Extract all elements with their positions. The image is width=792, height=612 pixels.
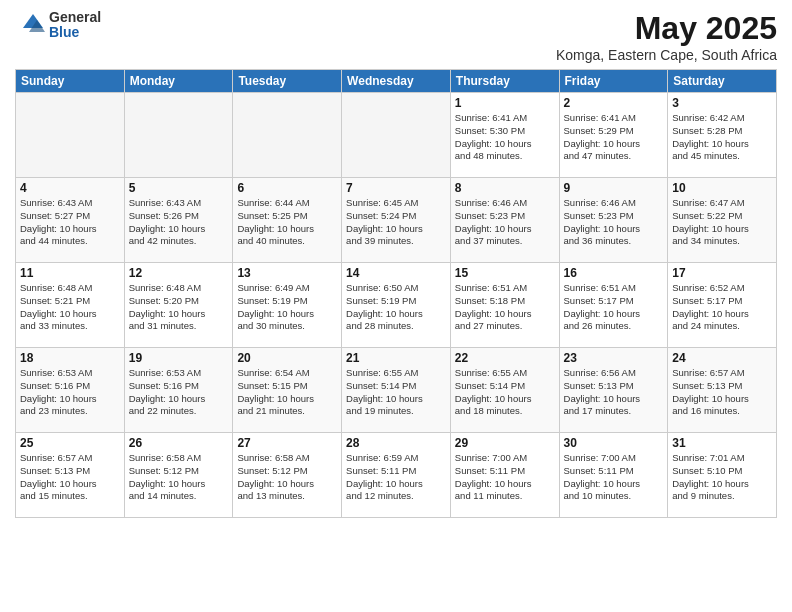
day-number: 7 <box>346 181 446 195</box>
calendar-header-row: SundayMondayTuesdayWednesdayThursdayFrid… <box>16 70 777 93</box>
calendar-cell <box>342 93 451 178</box>
day-number: 26 <box>129 436 229 450</box>
day-info: Sunrise: 6:58 AM Sunset: 5:12 PM Dayligh… <box>237 452 337 503</box>
calendar-cell <box>124 93 233 178</box>
day-info: Sunrise: 7:00 AM Sunset: 5:11 PM Dayligh… <box>564 452 664 503</box>
day-info: Sunrise: 6:54 AM Sunset: 5:15 PM Dayligh… <box>237 367 337 418</box>
day-info: Sunrise: 6:50 AM Sunset: 5:19 PM Dayligh… <box>346 282 446 333</box>
calendar-cell: 3Sunrise: 6:42 AM Sunset: 5:28 PM Daylig… <box>668 93 777 178</box>
day-number: 15 <box>455 266 555 280</box>
day-info: Sunrise: 6:57 AM Sunset: 5:13 PM Dayligh… <box>672 367 772 418</box>
day-info: Sunrise: 6:46 AM Sunset: 5:23 PM Dayligh… <box>455 197 555 248</box>
day-number: 13 <box>237 266 337 280</box>
calendar-cell: 7Sunrise: 6:45 AM Sunset: 5:24 PM Daylig… <box>342 178 451 263</box>
day-info: Sunrise: 6:49 AM Sunset: 5:19 PM Dayligh… <box>237 282 337 333</box>
calendar-cell <box>16 93 125 178</box>
calendar-cell: 25Sunrise: 6:57 AM Sunset: 5:13 PM Dayli… <box>16 433 125 518</box>
logo-text: General Blue <box>49 10 101 41</box>
day-info: Sunrise: 6:56 AM Sunset: 5:13 PM Dayligh… <box>564 367 664 418</box>
day-info: Sunrise: 6:48 AM Sunset: 5:20 PM Dayligh… <box>129 282 229 333</box>
calendar-cell: 20Sunrise: 6:54 AM Sunset: 5:15 PM Dayli… <box>233 348 342 433</box>
day-number: 3 <box>672 96 772 110</box>
calendar-cell: 26Sunrise: 6:58 AM Sunset: 5:12 PM Dayli… <box>124 433 233 518</box>
day-info: Sunrise: 6:44 AM Sunset: 5:25 PM Dayligh… <box>237 197 337 248</box>
calendar-header-monday: Monday <box>124 70 233 93</box>
calendar-header-saturday: Saturday <box>668 70 777 93</box>
calendar-cell: 9Sunrise: 6:46 AM Sunset: 5:23 PM Daylig… <box>559 178 668 263</box>
title-area: May 2025 Komga, Eastern Cape, South Afri… <box>556 10 777 63</box>
day-number: 6 <box>237 181 337 195</box>
calendar-cell: 24Sunrise: 6:57 AM Sunset: 5:13 PM Dayli… <box>668 348 777 433</box>
calendar-header-friday: Friday <box>559 70 668 93</box>
calendar-header-tuesday: Tuesday <box>233 70 342 93</box>
day-info: Sunrise: 6:51 AM Sunset: 5:18 PM Dayligh… <box>455 282 555 333</box>
day-info: Sunrise: 6:55 AM Sunset: 5:14 PM Dayligh… <box>455 367 555 418</box>
calendar-header-sunday: Sunday <box>16 70 125 93</box>
calendar-cell: 18Sunrise: 6:53 AM Sunset: 5:16 PM Dayli… <box>16 348 125 433</box>
day-number: 9 <box>564 181 664 195</box>
day-info: Sunrise: 6:53 AM Sunset: 5:16 PM Dayligh… <box>20 367 120 418</box>
day-number: 23 <box>564 351 664 365</box>
calendar-cell: 12Sunrise: 6:48 AM Sunset: 5:20 PM Dayli… <box>124 263 233 348</box>
day-info: Sunrise: 6:55 AM Sunset: 5:14 PM Dayligh… <box>346 367 446 418</box>
calendar-cell <box>233 93 342 178</box>
calendar-cell: 11Sunrise: 6:48 AM Sunset: 5:21 PM Dayli… <box>16 263 125 348</box>
day-info: Sunrise: 6:43 AM Sunset: 5:26 PM Dayligh… <box>129 197 229 248</box>
calendar-cell: 10Sunrise: 6:47 AM Sunset: 5:22 PM Dayli… <box>668 178 777 263</box>
calendar-week-2: 4Sunrise: 6:43 AM Sunset: 5:27 PM Daylig… <box>16 178 777 263</box>
day-info: Sunrise: 7:01 AM Sunset: 5:10 PM Dayligh… <box>672 452 772 503</box>
calendar-week-5: 25Sunrise: 6:57 AM Sunset: 5:13 PM Dayli… <box>16 433 777 518</box>
calendar-header-wednesday: Wednesday <box>342 70 451 93</box>
calendar-cell: 28Sunrise: 6:59 AM Sunset: 5:11 PM Dayli… <box>342 433 451 518</box>
day-info: Sunrise: 6:41 AM Sunset: 5:29 PM Dayligh… <box>564 112 664 163</box>
logo-icon <box>15 10 45 40</box>
day-info: Sunrise: 7:00 AM Sunset: 5:11 PM Dayligh… <box>455 452 555 503</box>
logo-general-text: General <box>49 10 101 25</box>
calendar-cell: 27Sunrise: 6:58 AM Sunset: 5:12 PM Dayli… <box>233 433 342 518</box>
calendar-cell: 6Sunrise: 6:44 AM Sunset: 5:25 PM Daylig… <box>233 178 342 263</box>
calendar-week-4: 18Sunrise: 6:53 AM Sunset: 5:16 PM Dayli… <box>16 348 777 433</box>
calendar-cell: 16Sunrise: 6:51 AM Sunset: 5:17 PM Dayli… <box>559 263 668 348</box>
calendar-cell: 22Sunrise: 6:55 AM Sunset: 5:14 PM Dayli… <box>450 348 559 433</box>
calendar-cell: 21Sunrise: 6:55 AM Sunset: 5:14 PM Dayli… <box>342 348 451 433</box>
day-number: 12 <box>129 266 229 280</box>
calendar-cell: 2Sunrise: 6:41 AM Sunset: 5:29 PM Daylig… <box>559 93 668 178</box>
day-number: 22 <box>455 351 555 365</box>
calendar-week-3: 11Sunrise: 6:48 AM Sunset: 5:21 PM Dayli… <box>16 263 777 348</box>
day-info: Sunrise: 6:57 AM Sunset: 5:13 PM Dayligh… <box>20 452 120 503</box>
header: General Blue May 2025 Komga, Eastern Cap… <box>15 10 777 63</box>
day-number: 14 <box>346 266 446 280</box>
day-number: 24 <box>672 351 772 365</box>
day-info: Sunrise: 6:48 AM Sunset: 5:21 PM Dayligh… <box>20 282 120 333</box>
day-info: Sunrise: 6:46 AM Sunset: 5:23 PM Dayligh… <box>564 197 664 248</box>
day-number: 28 <box>346 436 446 450</box>
day-number: 25 <box>20 436 120 450</box>
logo-blue-text: Blue <box>49 25 101 40</box>
calendar-header-thursday: Thursday <box>450 70 559 93</box>
calendar-cell: 30Sunrise: 7:00 AM Sunset: 5:11 PM Dayli… <box>559 433 668 518</box>
logo: General Blue <box>15 10 101 41</box>
day-number: 18 <box>20 351 120 365</box>
calendar-cell: 23Sunrise: 6:56 AM Sunset: 5:13 PM Dayli… <box>559 348 668 433</box>
day-number: 5 <box>129 181 229 195</box>
calendar-cell: 4Sunrise: 6:43 AM Sunset: 5:27 PM Daylig… <box>16 178 125 263</box>
day-info: Sunrise: 6:52 AM Sunset: 5:17 PM Dayligh… <box>672 282 772 333</box>
calendar-cell: 31Sunrise: 7:01 AM Sunset: 5:10 PM Dayli… <box>668 433 777 518</box>
location: Komga, Eastern Cape, South Africa <box>556 47 777 63</box>
day-number: 20 <box>237 351 337 365</box>
day-number: 4 <box>20 181 120 195</box>
day-number: 8 <box>455 181 555 195</box>
calendar-cell: 5Sunrise: 6:43 AM Sunset: 5:26 PM Daylig… <box>124 178 233 263</box>
day-info: Sunrise: 6:41 AM Sunset: 5:30 PM Dayligh… <box>455 112 555 163</box>
day-info: Sunrise: 6:45 AM Sunset: 5:24 PM Dayligh… <box>346 197 446 248</box>
calendar-cell: 14Sunrise: 6:50 AM Sunset: 5:19 PM Dayli… <box>342 263 451 348</box>
day-number: 17 <box>672 266 772 280</box>
calendar-table: SundayMondayTuesdayWednesdayThursdayFrid… <box>15 69 777 518</box>
day-number: 27 <box>237 436 337 450</box>
calendar-cell: 29Sunrise: 7:00 AM Sunset: 5:11 PM Dayli… <box>450 433 559 518</box>
day-info: Sunrise: 6:51 AM Sunset: 5:17 PM Dayligh… <box>564 282 664 333</box>
calendar-week-1: 1Sunrise: 6:41 AM Sunset: 5:30 PM Daylig… <box>16 93 777 178</box>
day-info: Sunrise: 6:59 AM Sunset: 5:11 PM Dayligh… <box>346 452 446 503</box>
day-number: 30 <box>564 436 664 450</box>
day-info: Sunrise: 6:58 AM Sunset: 5:12 PM Dayligh… <box>129 452 229 503</box>
